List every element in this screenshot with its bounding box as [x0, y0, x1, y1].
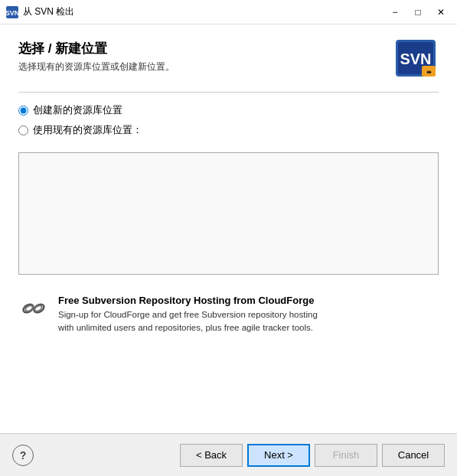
- radio-group: 创建新的资源库位置 使用现有的资源库位置：: [18, 103, 439, 143]
- finish-button[interactable]: Finish: [315, 444, 377, 467]
- window-controls: − □ ✕: [385, 5, 451, 20]
- close-button[interactable]: ✕: [431, 5, 451, 20]
- create-new-radio[interactable]: [18, 106, 28, 116]
- repo-list-box[interactable]: [18, 152, 439, 275]
- cancel-button[interactable]: Cancel: [382, 444, 445, 467]
- use-existing-radio[interactable]: [18, 126, 28, 135]
- svn-logo: SVN ⬌: [396, 40, 439, 80]
- window-title: 从 SVN 检出: [23, 5, 385, 18]
- page-subtitle: 选择现有的资源库位置或创建新位置。: [18, 60, 387, 73]
- minimize-button[interactable]: −: [385, 5, 405, 20]
- next-button[interactable]: Next >: [247, 444, 310, 467]
- svg-text:SVN: SVN: [6, 9, 18, 17]
- maximize-button[interactable]: □: [408, 5, 428, 20]
- cloudforge-text: Free Subversion Repository Hosting from …: [58, 295, 439, 335]
- back-button[interactable]: < Back: [180, 444, 243, 467]
- cloudforge-icon: [18, 295, 49, 322]
- create-new-radio-label[interactable]: 创建新的资源库位置: [18, 103, 439, 117]
- cloudforge-title: Free Subversion Repository Hosting from …: [58, 295, 439, 306]
- use-existing-radio-label[interactable]: 使用现有的资源库位置：: [18, 123, 439, 137]
- help-button[interactable]: ?: [12, 445, 34, 466]
- bottom-bar: ? < Back Next > Finish Cancel: [0, 433, 457, 476]
- cloudforge-section: Free Subversion Repository Hosting from …: [18, 287, 439, 343]
- svg-text:SVN: SVN: [400, 51, 431, 67]
- create-new-label: 创建新的资源库位置: [33, 103, 122, 117]
- use-existing-label: 使用现有的资源库位置：: [33, 123, 142, 137]
- header-section: 选择 / 新建位置 选择现有的资源库位置或创建新位置。 SVN ⬌: [18, 40, 439, 80]
- page-title: 选择 / 新建位置: [18, 40, 387, 57]
- title-bar: SVN 从 SVN 检出 − □ ✕: [0, 0, 457, 24]
- svg-text:⬌: ⬌: [426, 69, 432, 76]
- window-icon: SVN: [6, 6, 18, 18]
- header-text: 选择 / 新建位置 选择现有的资源库位置或创建新位置。: [18, 40, 387, 73]
- header-divider: [18, 92, 439, 93]
- cloudforge-desc: Sign-up for CloudForge and get free Subv…: [58, 308, 439, 335]
- main-content: 选择 / 新建位置 选择现有的资源库位置或创建新位置。 SVN ⬌ 创建新的资源…: [0, 24, 457, 433]
